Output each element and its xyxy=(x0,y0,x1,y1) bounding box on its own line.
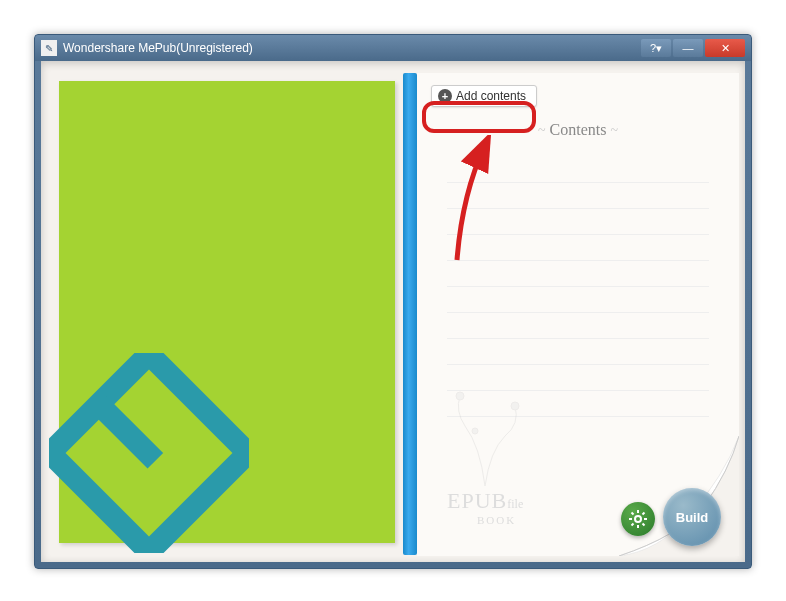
svg-point-3 xyxy=(511,402,519,410)
window-title: Wondershare MePub(Unregistered) xyxy=(63,41,253,55)
list-item xyxy=(447,339,709,365)
app-window: ✎ Wondershare MePub(Unregistered) ? ▾ — … xyxy=(34,34,752,569)
contents-heading: ~ Contents ~ xyxy=(417,121,739,139)
epub-logo-icon xyxy=(49,353,249,553)
book-spine xyxy=(403,73,417,555)
svg-line-11 xyxy=(643,524,645,526)
contents-page: + Add contents ~ Contents ~ xyxy=(417,73,739,556)
flourish-right-icon: ~ xyxy=(610,123,618,138)
book-cover[interactable] xyxy=(59,81,395,543)
svg-point-4 xyxy=(472,428,478,434)
list-item xyxy=(447,313,709,339)
settings-button[interactable] xyxy=(621,502,655,536)
svg-rect-1 xyxy=(91,396,163,468)
floral-decoration-icon xyxy=(425,376,545,496)
svg-line-13 xyxy=(643,513,645,515)
list-item xyxy=(447,261,709,287)
close-button[interactable]: ✕ xyxy=(705,39,745,57)
help-button[interactable]: ? ▾ xyxy=(641,39,671,57)
epub-watermark: EPUBfile BOOK xyxy=(447,488,523,526)
svg-point-5 xyxy=(635,516,641,522)
list-item xyxy=(447,287,709,313)
flourish-left-icon: ~ xyxy=(538,123,546,138)
plus-icon: + xyxy=(438,89,452,103)
svg-line-10 xyxy=(632,513,634,515)
svg-point-2 xyxy=(456,392,464,400)
list-item xyxy=(447,235,709,261)
list-item xyxy=(447,157,709,183)
list-item xyxy=(447,209,709,235)
add-contents-button[interactable]: + Add contents xyxy=(431,85,537,107)
list-item xyxy=(447,183,709,209)
add-contents-label: Add contents xyxy=(456,89,526,103)
svg-line-12 xyxy=(632,524,634,526)
gear-icon xyxy=(628,509,648,529)
app-icon: ✎ xyxy=(41,40,57,56)
titlebar[interactable]: ✎ Wondershare MePub(Unregistered) ? ▾ — … xyxy=(35,35,751,61)
minimize-button[interactable]: — xyxy=(673,39,703,57)
build-button[interactable]: Build xyxy=(663,488,721,546)
client-area: + Add contents ~ Contents ~ xyxy=(41,61,745,562)
